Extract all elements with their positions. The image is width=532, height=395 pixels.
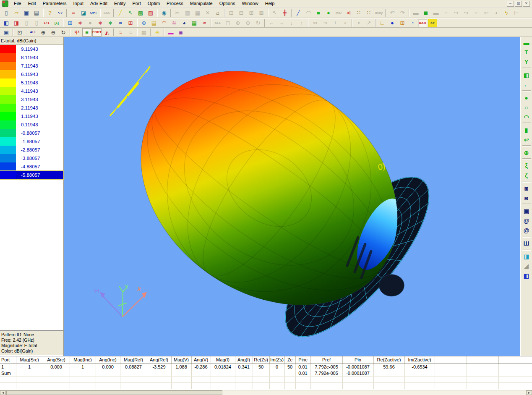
separator[interactable] [211, 19, 211, 27]
lighting-button[interactable]: ☀ [153, 28, 162, 37]
context-help-button[interactable]: ↖? [55, 9, 65, 17]
legend-item[interactable]: 5.11943 [0, 78, 63, 87]
open-file-button[interactable]: ▱ [12, 9, 21, 17]
run-em-design-button[interactable]: ∗ [96, 19, 105, 27]
circle-in-square-button[interactable]: ◙ [522, 184, 531, 193]
metal-strips-button[interactable]: ≡ [69, 9, 78, 17]
separator[interactable] [375, 19, 376, 27]
minimize-button[interactable]: – [507, 1, 514, 7]
close-button[interactable]: ✕ [523, 1, 530, 7]
tee-junction-button[interactable]: T [522, 48, 531, 57]
run-pattern-button[interactable]: ∗ [106, 19, 115, 27]
color-palette-button[interactable]: ▬ [166, 28, 175, 37]
xy-plot-button[interactable]: XY [428, 19, 437, 27]
corner-cut-button[interactable]: ⌐ [472, 9, 481, 17]
legend-item[interactable]: -4.88057 [0, 162, 63, 171]
view-whole-circuit-button[interactable]: ◉ [159, 9, 169, 17]
rotate-view-button[interactable]: ◭ [102, 28, 112, 37]
radiation-sphere-button[interactable]: ⊕ [139, 19, 149, 27]
pan-right-button[interactable]: → [277, 19, 286, 27]
separator[interactable] [164, 29, 164, 36]
s-parameter-plot-button[interactable]: ≈ [200, 19, 209, 27]
select-reference-button[interactable]: ↖ [270, 9, 279, 17]
cut-button[interactable]: ✂ [173, 9, 182, 17]
draw-polygon-button[interactable]: ╱ [116, 9, 125, 17]
print-button[interactable]: ▤ [32, 9, 41, 17]
zoom-in-3d-button[interactable]: ⊕ [39, 28, 48, 37]
notes-button[interactable]: ▤ [149, 19, 159, 27]
axes-display-button[interactable]: Ψ [72, 28, 81, 37]
zoom-window-button[interactable]: ◻ [223, 19, 232, 27]
legend-item[interactable]: 4.11943 [0, 87, 63, 95]
port-properties-button[interactable]: ◨ [12, 19, 21, 27]
legend-item[interactable]: 0.11943 [0, 120, 63, 129]
square-spiral-button[interactable]: ▣ [522, 207, 531, 215]
separator[interactable] [522, 90, 531, 92]
ellipse-ring-button[interactable]: ○ [522, 103, 531, 112]
mid-point-button[interactable]: MID [334, 9, 343, 17]
legend-item[interactable]: -1.88057 [0, 137, 63, 146]
pattern-gray-button[interactable]: ▩ [139, 28, 149, 37]
ellipse-solid-button[interactable]: ● [522, 93, 531, 102]
align-edges-button[interactable]: ⊟ [237, 9, 246, 17]
menu-item[interactable]: Help [262, 0, 278, 7]
legend-item[interactable]: 9.11943 [0, 45, 63, 53]
spiral-coil-button[interactable]: ξ [522, 161, 531, 170]
separator[interactable] [224, 9, 225, 17]
misc-gray-button[interactable]: ▪ [354, 19, 363, 27]
draw-arc-button[interactable]: ◠ [304, 9, 313, 17]
separator[interactable] [150, 29, 151, 36]
legend-item[interactable]: 2.11943 [0, 104, 63, 112]
dxdy-offset-button[interactable]: dxdy [374, 9, 383, 17]
horizontal-scrollbar[interactable]: ◄ ► [0, 390, 532, 395]
grid-overlay-button[interactable]: ⊞ [398, 19, 407, 27]
smith-chart-button[interactable]: ◕ [180, 19, 189, 27]
legend-item[interactable]: 7.11943 [0, 62, 63, 70]
port-extension-button[interactable]: ⊢ [512, 9, 521, 17]
pan-up-button[interactable]: ↑ [297, 19, 306, 27]
copy-button[interactable]: ▥ [183, 9, 192, 17]
align-vertices-button[interactable]: ⊡ [227, 9, 236, 17]
separator[interactable] [522, 68, 531, 69]
wave-off-button[interactable]: ≈ [126, 28, 135, 37]
port-1-button[interactable]: ▯ [22, 19, 31, 27]
restore-button[interactable]: ⊡ [515, 1, 522, 7]
scroll-right-button[interactable]: ► [526, 390, 532, 395]
fill-color-button[interactable]: ◙ [176, 28, 185, 37]
menu-item[interactable]: Adv Edit [87, 0, 111, 7]
separator[interactable] [385, 9, 386, 17]
zoom-in-button[interactable]: ⊕ [233, 19, 243, 27]
wave-display-button[interactable]: ≈ [116, 28, 125, 37]
port-display-button[interactable]: PORT [92, 28, 102, 37]
legend-item[interactable]: 1.11943 [0, 112, 63, 120]
separator[interactable] [26, 29, 27, 36]
new-file-button[interactable]: ▯ [2, 9, 11, 17]
patch-antenna-button[interactable]: ◨ [522, 252, 531, 261]
separator[interactable] [522, 158, 531, 160]
menu-item[interactable]: Options [216, 0, 239, 7]
escape-button[interactable]: ESC [102, 9, 112, 17]
check-connection-button[interactable]: ◼ [421, 9, 430, 17]
separator[interactable] [137, 29, 138, 36]
wye-junction-button[interactable]: Y [522, 58, 531, 66]
separator[interactable] [352, 19, 352, 27]
undo-button[interactable]: ↶ [388, 9, 397, 17]
pattern-2d-button[interactable]: ▦ [190, 19, 199, 27]
rainbow-arc-button[interactable]: ◠ [159, 19, 169, 27]
separator[interactable] [308, 19, 309, 27]
separator[interactable] [409, 9, 409, 17]
menu-item[interactable]: Port [129, 0, 144, 7]
separator[interactable] [522, 181, 531, 183]
separator[interactable] [113, 29, 114, 36]
voltage-probe-button[interactable]: +V [321, 19, 330, 27]
legend-item[interactable]: -0.88057 [0, 129, 63, 137]
separator[interactable] [522, 145, 531, 147]
menu-item[interactable]: Manipulate [187, 0, 216, 7]
legend-item[interactable]: -2.88057 [0, 146, 63, 154]
zoom-out-3d-button[interactable]: ⊖ [49, 28, 58, 37]
shell-helix-button[interactable]: ζ [522, 171, 531, 180]
separator[interactable] [113, 9, 114, 17]
zoom-all-button[interactable]: ALL [213, 19, 222, 27]
redraw-button[interactable]: ↻ [253, 19, 263, 27]
run-simulation-button[interactable]: ∗ [76, 19, 85, 27]
